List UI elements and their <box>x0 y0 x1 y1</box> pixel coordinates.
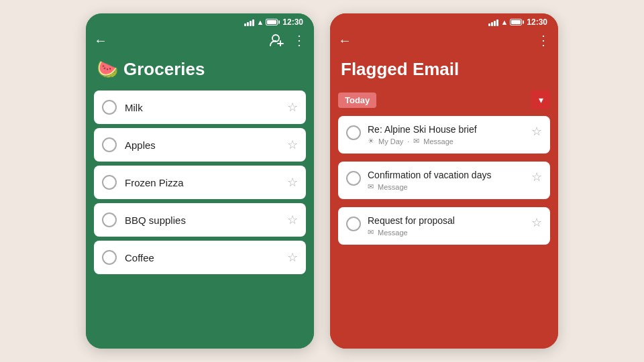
message-label-2: Message <box>378 183 408 191</box>
list-item: Apples ☆ <box>94 128 306 162</box>
item-checkbox-1[interactable] <box>102 100 117 115</box>
title-area-red: Flagged Email <box>330 54 558 90</box>
item-label-4: BBQ supplies <box>125 215 279 226</box>
chevron-down-button[interactable]: ▾ <box>531 90 550 109</box>
email-item-2: Confirmation of vacation days ✉ Message … <box>338 162 550 199</box>
envelope-icon-3: ✉ <box>368 228 374 237</box>
email-meta-3: ✉ Message <box>368 228 525 237</box>
more-menu-button-green[interactable]: ⋮ <box>292 32 306 48</box>
list-item: Frozen Pizza ☆ <box>94 166 306 199</box>
item-checkbox-2[interactable] <box>102 137 117 152</box>
list-item: BBQ supplies ☆ <box>94 203 306 237</box>
email-item-3: Request for proposal ✉ Message ☆ <box>338 207 550 245</box>
groceries-list: Milk ☆ Apples ☆ Frozen Pizza ☆ BBQ suppl… <box>86 90 314 349</box>
item-label-3: Frozen Pizza <box>125 177 279 188</box>
item-checkbox-4[interactable] <box>102 213 117 227</box>
email-star-1[interactable]: ☆ <box>531 124 542 139</box>
wifi-icon: ▲ <box>256 18 264 26</box>
item-label-5: Coffee <box>125 252 279 263</box>
item-label-1: Milk <box>125 102 279 113</box>
status-time-red: 12:30 <box>527 17 547 27</box>
back-button-green[interactable]: ← <box>94 33 107 48</box>
email-subject-3: Request for proposal <box>368 215 525 226</box>
star-icon-5[interactable]: ☆ <box>287 250 298 265</box>
email-checkbox-2[interactable] <box>346 171 361 186</box>
email-body-2: Confirmation of vacation days ✉ Message <box>368 170 525 191</box>
dot-separator: · <box>407 137 409 145</box>
wifi-icon-red: ▲ <box>500 18 508 26</box>
toolbar-right-green: ⋮ <box>270 32 306 48</box>
item-label-2: Apples <box>125 139 279 151</box>
email-checkbox-1[interactable] <box>346 125 361 140</box>
star-icon-3[interactable]: ☆ <box>287 175 298 190</box>
status-icons-red: ▲ 12:30 <box>488 17 547 27</box>
more-menu-button-red[interactable]: ⋮ <box>537 32 550 48</box>
flagged-email-title: Flagged Email <box>341 59 459 80</box>
app-title-green: 🍉 Groceries <box>97 59 303 80</box>
status-time-green: 12:30 <box>282 17 303 27</box>
email-body-3: Request for proposal ✉ Message <box>368 215 525 237</box>
email-subject-1: Re: Alpine Ski House brief <box>368 124 525 135</box>
envelope-icon-2: ✉ <box>368 182 374 191</box>
email-list: Today ▾ Re: Alpine Ski House brief ☀ My … <box>330 90 558 349</box>
battery-icon-red <box>510 19 522 25</box>
email-meta-1: ☀ My Day · ✉ Message <box>368 137 525 145</box>
back-button-red[interactable]: ← <box>338 33 352 48</box>
title-area-green: 🍉 Groceries <box>86 54 314 90</box>
groceries-phone: ▲ 12:30 ← ⋮ 🍉 <box>86 13 314 349</box>
status-bar-green: ▲ 12:30 <box>86 13 314 29</box>
groceries-title: Groceries <box>123 59 205 80</box>
email-subject-2: Confirmation of vacation days <box>368 170 525 180</box>
add-person-button[interactable] <box>270 34 284 46</box>
star-icon-2[interactable]: ☆ <box>287 137 298 152</box>
email-item-1: Re: Alpine Ski House brief ☀ My Day · ✉ … <box>338 116 550 154</box>
app-title-red: Flagged Email <box>341 59 547 80</box>
sun-icon: ☀ <box>368 137 374 145</box>
message-label-1: Message <box>423 137 453 145</box>
toolbar-red: ← ⋮ <box>330 29 558 54</box>
toolbar-left-red: ← <box>338 33 352 48</box>
toolbar-left-green: ← <box>94 33 107 48</box>
email-star-3[interactable]: ☆ <box>531 215 542 230</box>
envelope-icon: ✉ <box>413 137 419 145</box>
email-meta-2: ✉ Message <box>368 182 525 191</box>
section-header: Today ▾ <box>338 90 550 109</box>
status-bar-red: ▲ 12:30 <box>330 13 558 29</box>
list-item: Coffee ☆ <box>94 241 306 274</box>
email-body-1: Re: Alpine Ski House brief ☀ My Day · ✉ … <box>368 124 525 145</box>
status-icons-green: ▲ 12:30 <box>244 17 303 27</box>
groceries-emoji: 🍉 <box>97 59 118 80</box>
item-checkbox-5[interactable] <box>102 250 117 265</box>
email-phone: ▲ 12:30 ← ⋮ Flagged Email Today ▾ <box>330 13 558 349</box>
list-item: Milk ☆ <box>94 90 306 124</box>
star-icon-4[interactable]: ☆ <box>287 213 298 227</box>
message-label-3: Message <box>378 229 408 237</box>
signal-icon-red <box>488 18 498 26</box>
myday-label: My Day <box>378 137 403 145</box>
star-icon-1[interactable]: ☆ <box>287 100 298 115</box>
toolbar-right-red: ⋮ <box>537 32 550 48</box>
section-label: Today <box>338 93 376 108</box>
battery-icon <box>266 19 278 25</box>
signal-icon <box>244 18 254 26</box>
item-checkbox-3[interactable] <box>102 175 117 190</box>
email-star-2[interactable]: ☆ <box>531 170 542 184</box>
toolbar-green: ← ⋮ <box>86 29 314 54</box>
email-checkbox-3[interactable] <box>346 217 361 231</box>
